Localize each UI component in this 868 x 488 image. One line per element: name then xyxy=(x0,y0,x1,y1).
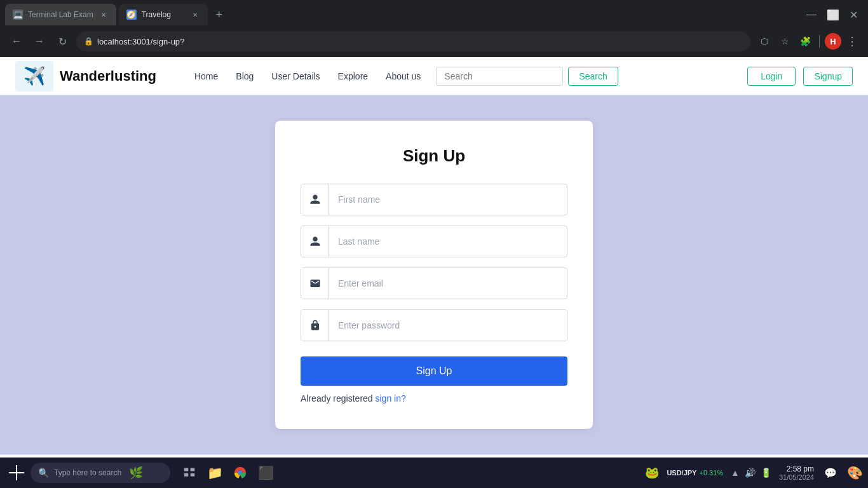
navbar: ✈️ Wanderlusting Home Blog User Details … xyxy=(0,57,868,95)
taskbar-colorful-icon: 🎨 xyxy=(847,465,863,480)
minimize-button[interactable]: — xyxy=(806,9,817,20)
taskbar: 🔍 Type here to search 🌿 📁 ⬛ 🐸 USD/JPY +0… xyxy=(0,458,868,488)
tab-icon-terminal: 💻 xyxy=(13,10,23,20)
password-field xyxy=(301,309,567,341)
ticker-change: +0.31% xyxy=(699,469,723,477)
taskbar-frog-icon: 🐸 xyxy=(645,466,659,480)
url-bar[interactable]: 🔒 localhost:3001/sign-up? xyxy=(76,31,750,51)
extension-icon[interactable]: 🧩 xyxy=(796,32,814,50)
new-tab-button[interactable]: + xyxy=(210,6,228,24)
taskbar-multitasking[interactable] xyxy=(178,461,201,484)
last-name-input[interactable] xyxy=(329,229,567,254)
close-window-button[interactable]: ✕ xyxy=(850,9,858,21)
clock: 2:58 pm 31/05/2024 xyxy=(779,464,814,481)
cast-icon[interactable]: ⬡ xyxy=(756,32,773,50)
search-button[interactable]: Search xyxy=(568,67,618,86)
already-text: Already registered xyxy=(301,393,376,403)
brand-name: Wanderlusting xyxy=(60,68,156,85)
search-input[interactable] xyxy=(436,67,563,86)
person-icon-1 xyxy=(301,184,329,215)
taskbar-apps: 📁 ⬛ xyxy=(178,461,277,484)
tab-close-terminal[interactable]: ✕ xyxy=(98,10,109,20)
person-icon-2 xyxy=(301,226,329,257)
lock-icon xyxy=(301,310,329,341)
system-icons: ▲ 🔊 🔋 xyxy=(731,468,771,478)
lock-icon: 🔒 xyxy=(84,37,93,46)
brand[interactable]: ✈️ Wanderlusting xyxy=(15,61,156,92)
svg-rect-3 xyxy=(191,473,195,477)
reload-button[interactable]: ↻ xyxy=(53,32,71,50)
start-button[interactable] xyxy=(5,461,28,484)
brand-logo: ✈️ xyxy=(15,61,53,92)
svg-rect-1 xyxy=(191,468,195,471)
signup-button[interactable]: Signup xyxy=(803,67,853,86)
sign-in-link[interactable]: sign in? xyxy=(376,393,406,403)
browser-chrome: 💻 Terminal Lab Exam ✕ 🧭 Travelog ✕ + — ⬜… xyxy=(0,0,868,57)
clock-date: 31/05/2024 xyxy=(779,473,814,481)
tab-title-terminal: Terminal Lab Exam xyxy=(28,10,93,19)
first-name-field xyxy=(301,184,567,215)
already-registered: Already registered sign in? xyxy=(301,393,567,403)
taskbar-file-manager[interactable]: 📁 xyxy=(203,461,226,484)
nav-explore[interactable]: Explore xyxy=(338,71,368,81)
tab-terminal[interactable]: 💻 Terminal Lab Exam ✕ xyxy=(5,4,116,25)
browser-menu-button[interactable]: ⋮ xyxy=(844,32,860,51)
maximize-button[interactable]: ⬜ xyxy=(827,9,839,21)
network-icon: ▲ xyxy=(731,468,740,478)
clock-time: 2:58 pm xyxy=(779,464,814,473)
taskbar-right: 🐸 USD/JPY +0.31% ▲ 🔊 🔋 2:58 pm 31/05/202… xyxy=(645,464,863,482)
url-text: localhost:3001/sign-up? xyxy=(97,37,184,46)
tab-bar: 💻 Terminal Lab Exam ✕ 🧭 Travelog ✕ + — ⬜… xyxy=(0,0,868,25)
back-button[interactable]: ← xyxy=(8,32,25,50)
nav-search: Search xyxy=(436,67,618,86)
nav-user-details[interactable]: User Details xyxy=(271,71,320,81)
last-name-field xyxy=(301,226,567,257)
taskbar-search[interactable]: 🔍 Type here to search 🌿 xyxy=(31,463,170,483)
address-actions: ⬡ ☆ 🧩 H ⋮ xyxy=(756,32,860,51)
nav-home[interactable]: Home xyxy=(194,71,218,81)
bookmark-icon[interactable]: ☆ xyxy=(776,32,794,50)
tab-icon-travelog: 🧭 xyxy=(126,10,137,20)
taskbar-search-text: Type here to search xyxy=(54,468,121,477)
address-bar: ← → ↻ 🔒 localhost:3001/sign-up? ⬡ ☆ 🧩 H … xyxy=(0,25,868,57)
tab-travelog[interactable]: 🧭 Travelog ✕ xyxy=(119,4,208,25)
tab-title-travelog: Travelog xyxy=(142,10,171,19)
profile-avatar[interactable]: H xyxy=(825,33,841,50)
sign-up-submit-button[interactable]: Sign Up xyxy=(301,356,567,386)
nav-links: Home Blog User Details Explore About us xyxy=(194,71,421,81)
tab-close-travelog[interactable]: ✕ xyxy=(190,10,200,20)
search-icon: 🔍 xyxy=(38,468,49,478)
windows-logo xyxy=(9,465,24,480)
taskbar-vscode[interactable]: ⬛ xyxy=(254,461,277,484)
email-field xyxy=(301,268,567,299)
signup-title: Sign Up xyxy=(301,146,567,166)
svg-rect-0 xyxy=(184,468,189,471)
signup-card: Sign Up xyxy=(275,121,593,429)
ticker: USD/JPY +0.31% xyxy=(667,469,723,477)
website-content: ✈️ Wanderlusting Home Blog User Details … xyxy=(0,57,868,488)
first-name-input[interactable] xyxy=(329,187,567,212)
taskbar-chrome[interactable] xyxy=(229,461,252,484)
nav-blog[interactable]: Blog xyxy=(236,71,254,81)
nav-about-us[interactable]: About us xyxy=(386,71,421,81)
email-input[interactable] xyxy=(329,271,567,296)
login-button[interactable]: Login xyxy=(747,67,796,86)
forward-button[interactable]: → xyxy=(31,32,48,50)
email-icon xyxy=(301,268,329,299)
nav-auth: Login Signup xyxy=(747,67,853,86)
volume-icon: 🔊 xyxy=(745,468,756,478)
separator xyxy=(819,35,820,48)
ticker-symbol: USD/JPY xyxy=(667,469,696,477)
svg-rect-2 xyxy=(184,473,189,477)
password-input[interactable] xyxy=(329,313,567,338)
battery-icon: 🔋 xyxy=(761,468,771,478)
notification-button[interactable]: 💬 xyxy=(822,464,839,482)
taskbar-search-decoration: 🌿 xyxy=(129,466,143,480)
main-content: Sign Up xyxy=(0,95,868,454)
